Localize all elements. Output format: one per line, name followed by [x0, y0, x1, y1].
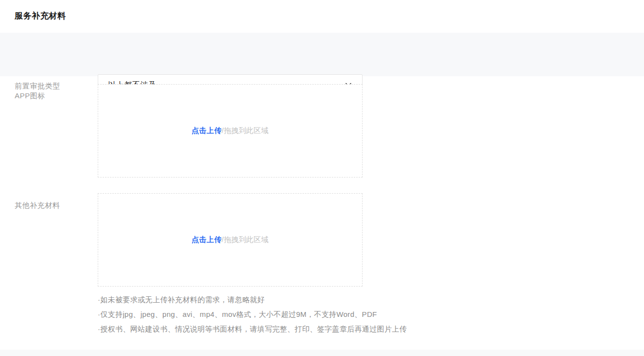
drag-hint-text: /拖拽到此区域 [221, 235, 268, 244]
drag-hint-text: /拖拽到此区域 [221, 126, 268, 134]
next-section-divider [0, 350, 644, 356]
service-supplementary-materials-section: 服务补充材料 前置审批类型 以上都不涉及 APP图标 点击上传/拖拽到此区域 其… [0, 0, 644, 356]
upload-hint-text: 点击上传/拖拽到此区域 [192, 235, 268, 245]
page-title: 服务补充材料 [15, 10, 66, 22]
app-icon-label: APP图标 [15, 91, 45, 101]
other-materials-upload-dropzone[interactable]: 点击上传/拖拽到此区域 [98, 193, 363, 287]
upload-note: ·授权书、网站建设书、情况说明等书面材料，请填写完整、打印、签字盖章后再通过图片… [98, 322, 586, 336]
click-to-upload-link[interactable]: 点击上传 [192, 235, 221, 244]
upload-note: ·如未被要求或无上传补充材料的需求，请忽略就好 [98, 292, 586, 307]
click-to-upload-link[interactable]: 点击上传 [192, 126, 221, 134]
app-icon-upload-dropzone[interactable]: 点击上传/拖拽到此区域 [98, 84, 363, 178]
upload-hint-text: 点击上传/拖拽到此区域 [192, 126, 268, 135]
upload-notes-list: ·如未被要求或无上传补充材料的需求，请忽略就好 ·仅支持jpg、jpeg、png… [98, 292, 586, 336]
pre-approval-row: 前置审批类型 以上都不涉及 [0, 33, 644, 76]
other-materials-label: 其他补充材料 [15, 201, 60, 210]
pre-approval-type-label: 前置审批类型 [15, 82, 60, 91]
upload-note: ·仅支持jpg、jpeg、png、avi、mp4、mov格式，大小不超过9M，不… [98, 307, 586, 322]
